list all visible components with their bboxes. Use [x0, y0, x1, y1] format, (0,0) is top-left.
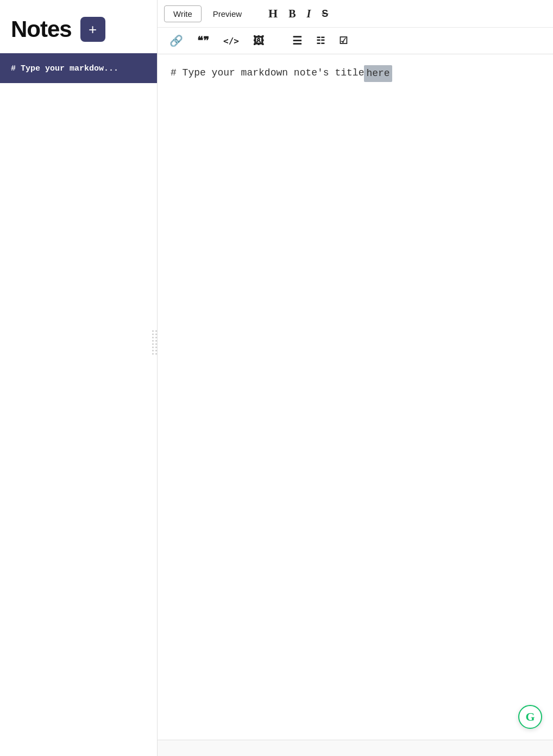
main-editor-area: Write Preview H B I S 🔗 ❝❞	[158, 0, 553, 756]
placeholder-highlight: here	[364, 65, 392, 82]
heading-button[interactable]: H	[264, 4, 282, 23]
link-button[interactable]: 🔗	[165, 32, 187, 49]
code-button[interactable]: </>	[219, 34, 243, 48]
image-icon: 🖼	[253, 35, 264, 47]
resize-dot	[155, 333, 157, 335]
editor-bottom-bar	[158, 740, 553, 756]
add-note-button[interactable]: +	[80, 17, 105, 42]
panel-resize-handle[interactable]	[151, 315, 158, 369]
bold-button[interactable]: B	[284, 5, 300, 22]
toolbar-row-2: 🔗 ❝❞ </> 🖼 ☰ ☷ ☑︎	[158, 28, 553, 54]
unordered-list-icon: ☰	[292, 34, 302, 47]
resize-dot	[152, 340, 154, 342]
blockquote-button[interactable]: ❝❞	[193, 32, 213, 49]
bold-icon: B	[288, 8, 296, 20]
task-list-button[interactable]: ☑︎	[335, 33, 352, 49]
toolbar-row-1: Write Preview H B I S	[158, 0, 553, 28]
link-icon: 🔗	[169, 34, 183, 47]
grammarly-button[interactable]: G	[518, 705, 542, 729]
resize-dot	[155, 337, 157, 338]
quote-icon: ❝❞	[197, 34, 209, 47]
sidebar: Notes + # Type your markdow...	[0, 0, 158, 756]
resize-dot	[155, 330, 157, 332]
resize-dot	[155, 350, 157, 351]
resize-dot	[152, 337, 154, 338]
ordered-list-icon: ☷	[316, 35, 325, 47]
editor-content[interactable]: # Type your markdown note's title here G	[158, 54, 553, 740]
resize-dot	[152, 343, 154, 345]
resize-dot	[152, 330, 154, 332]
strikethrough-icon: S	[322, 8, 328, 20]
tab-write[interactable]: Write	[164, 5, 202, 22]
resize-dot	[155, 343, 157, 345]
italic-button[interactable]: I	[303, 5, 316, 22]
resize-dot	[155, 353, 157, 355]
unordered-list-button[interactable]: ☰	[288, 32, 306, 49]
resize-dot	[152, 333, 154, 335]
image-button[interactable]: 🖼	[249, 33, 268, 49]
placeholder-text: # Type your markdown note's title	[171, 65, 364, 81]
resize-dot	[155, 340, 157, 342]
heading-icon: H	[268, 7, 278, 21]
note-preview-text: # Type your markdow...	[11, 64, 118, 73]
tab-preview[interactable]: Preview	[204, 5, 251, 22]
sidebar-title: Notes	[11, 16, 72, 42]
task-list-icon: ☑︎	[339, 35, 348, 47]
code-icon: </>	[223, 36, 239, 46]
strikethrough-button[interactable]: S	[317, 6, 332, 22]
resize-dot	[155, 346, 157, 348]
resize-dot	[152, 350, 154, 351]
italic-icon: I	[307, 8, 311, 20]
resize-dot	[152, 346, 154, 348]
editor-toolbar: Write Preview H B I S 🔗 ❝❞	[158, 0, 553, 54]
note-list-item[interactable]: # Type your markdow...	[0, 53, 157, 83]
sidebar-header: Notes +	[0, 0, 157, 53]
grammarly-icon: G	[525, 710, 535, 724]
editor-placeholder: # Type your markdown note's title here	[171, 65, 540, 82]
resize-dot	[152, 353, 154, 355]
ordered-list-button[interactable]: ☷	[312, 33, 329, 49]
